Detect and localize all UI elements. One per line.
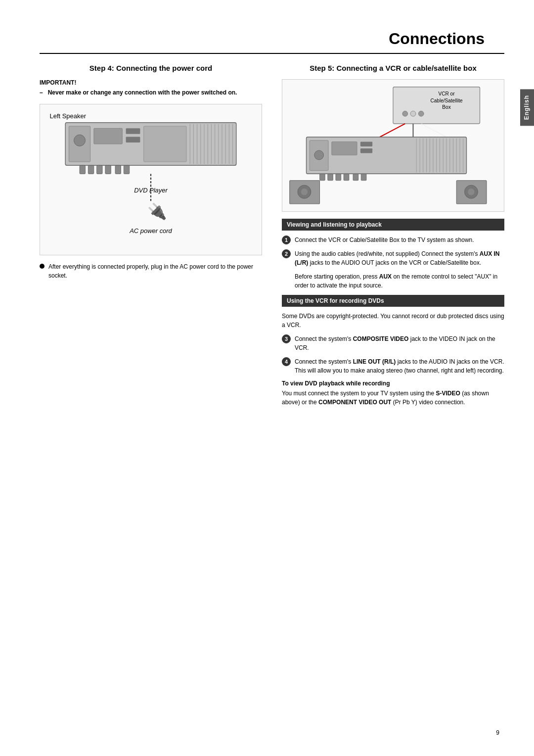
recording-bar: Using the VCR for recording DVDs: [282, 295, 504, 307]
language-tab: English: [520, 89, 534, 126]
svg-rect-20: [80, 165, 86, 174]
svg-rect-42: [360, 148, 372, 153]
svg-point-66: [301, 189, 308, 195]
svideo-note: You must connect the system to your TV s…: [282, 389, 504, 407]
num-3: 3: [282, 334, 291, 343]
svg-rect-23: [105, 165, 111, 174]
svg-point-2: [74, 135, 85, 146]
svg-point-32: [410, 111, 416, 116]
ac-cord-label: AC power cord: [129, 227, 172, 235]
important-label: IMPORTANT!: [40, 79, 262, 86]
item-1-text: Connect the VCR or Cable/Satellite Box t…: [295, 236, 474, 244]
vcr-diagram-svg: VCR or Cable/Satellite Box: [286, 84, 500, 207]
svg-text:Cable/Satellite: Cable/Satellite: [430, 98, 463, 103]
num-4: 4: [282, 357, 291, 366]
svg-point-39: [314, 150, 324, 160]
svg-rect-58: [320, 174, 325, 181]
svg-point-31: [402, 111, 408, 116]
copyright-note: Some DVDs are copyright-protected. You c…: [282, 312, 504, 330]
page-container: English Connections Step 4: Connecting t…: [0, 0, 534, 756]
svg-rect-61: [344, 174, 349, 181]
svg-text:🔌: 🔌: [147, 202, 167, 221]
important-text: – Never make or change any connection wi…: [40, 88, 262, 97]
important-em: – Never make or change any connection wi…: [40, 89, 237, 96]
bullet-dot: [40, 264, 44, 269]
item-3-text: Connect the system's COMPOSITE VIDEO jac…: [295, 334, 504, 352]
svg-rect-25: [124, 165, 130, 174]
vcr-label-line1: VCR or: [438, 91, 455, 96]
svg-rect-41: [360, 142, 372, 146]
right-column: Step 5: Connecting a VCR or cable/satell…: [282, 64, 504, 412]
num-1: 1: [282, 236, 291, 244]
svg-rect-60: [336, 174, 341, 181]
svg-rect-24: [115, 165, 121, 174]
dvd-playback-subheading: To view DVD playback while recording: [282, 380, 504, 387]
svg-rect-22: [97, 165, 103, 174]
svg-rect-28: [393, 87, 480, 124]
speaker-label: Left Speaker: [50, 112, 87, 120]
viewing-bar: Viewing and listening to playback: [282, 219, 504, 231]
num-2: 2: [282, 249, 291, 258]
svg-line-35: [380, 124, 405, 137]
page-title: Connections: [40, 30, 504, 54]
content-columns: Step 4: Connecting the power cord IMPORT…: [40, 64, 504, 412]
svg-rect-59: [328, 174, 333, 181]
item-2-text: Using the audio cables (red/white, not s…: [295, 249, 504, 267]
svg-rect-37: [307, 137, 467, 174]
step4-heading: Step 4: Connecting the power cord: [40, 64, 262, 72]
aux-instruction: Before starting operation, press AUX on …: [295, 272, 504, 290]
svg-text:Box: Box: [442, 104, 450, 110]
item-4-text: Connect the system's LINE OUT (R/L) jack…: [295, 357, 504, 375]
svg-rect-4: [126, 128, 140, 134]
dvd-diagram-svg: Left Speaker: [44, 108, 258, 251]
svg-rect-6: [144, 126, 186, 162]
bullet-item-1: After everything is connected properly, …: [40, 262, 262, 280]
step5-heading: Step 5: Connecting a VCR or cable/satell…: [282, 64, 504, 72]
numbered-item-2: 2 Using the audio cables (red/white, not…: [282, 249, 504, 267]
dvd-diagram-box: Left Speaker: [40, 104, 262, 255]
svg-rect-5: [126, 137, 140, 143]
numbered-item-1: 1 Connect the VCR or Cable/Satellite Box…: [282, 236, 504, 244]
svg-point-33: [418, 111, 424, 116]
page-number: 9: [496, 729, 499, 736]
svg-point-69: [468, 189, 475, 195]
vcr-diagram-box: VCR or Cable/Satellite Box: [282, 79, 504, 212]
svg-rect-63: [361, 174, 366, 181]
numbered-item-3: 3 Connect the system's COMPOSITE VIDEO j…: [282, 334, 504, 352]
numbered-item-4: 4 Connect the system's LINE OUT (R/L) ja…: [282, 357, 504, 375]
svg-rect-62: [353, 174, 358, 181]
left-column: Step 4: Connecting the power cord IMPORT…: [40, 64, 262, 412]
svg-rect-40: [332, 142, 357, 155]
svg-rect-3: [94, 128, 123, 144]
bullet-text: After everything is connected properly, …: [48, 262, 262, 280]
svg-line-36: [421, 124, 446, 137]
svg-rect-21: [88, 165, 94, 174]
